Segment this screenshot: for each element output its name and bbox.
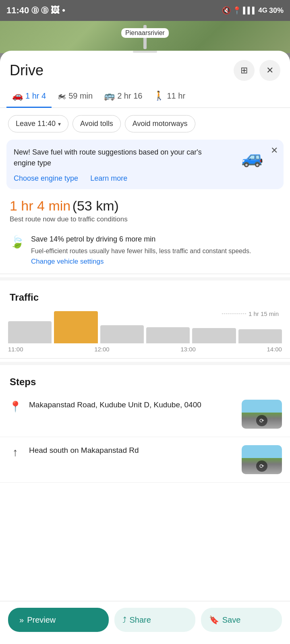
traffic-section: Traffic 1 hr 15 min 11:00 12:00 13:00 14… (0, 284, 290, 357)
choose-engine-link[interactable]: Choose engine type (14, 174, 78, 183)
fuel-banner: New! Save fuel with route suggestions ba… (6, 140, 284, 189)
status-mute-icon: 🔇 (222, 6, 231, 15)
eco-main-text: Save 14% petrol by driving 6 more min (31, 234, 280, 245)
share-label: Share (130, 615, 151, 625)
streetview-icon-2: ⟳ (256, 460, 267, 472)
status-icon-img: 🖼 (51, 5, 60, 16)
bottom-sheet: Drive ⊞ ✕ 🚗 1 hr 4 🏍 59 min 🚌 2 hr 16 🚶 … (0, 51, 290, 642)
transit-icon: 🚌 (104, 91, 115, 101)
bar-1100 (8, 321, 52, 343)
status-location-icon: 📍 (232, 6, 241, 15)
chart-labels: 11:00 12:00 13:00 14:00 (8, 343, 282, 353)
step-2-text: Head south on Makapanstad Rd (29, 445, 235, 456)
traffic-chart: 1 hr 15 min 11:00 12:00 13:00 14:00 (0, 307, 290, 357)
close-icon: ✕ (271, 145, 278, 155)
filter-row: Leave 11:40 ▾ Avoid tolls Avoid motorway… (0, 108, 290, 140)
fuel-banner-text: New! Save fuel with route suggestions ba… (14, 147, 203, 169)
chart-label-1200: 12:00 (94, 346, 110, 353)
tab-walk-label: 11 hr (167, 91, 185, 101)
status-time: 11:40 (6, 5, 29, 16)
tab-moto[interactable]: 🏍 59 min (52, 87, 98, 108)
preview-button[interactable]: » Preview (8, 608, 109, 632)
learn-more-link[interactable]: Learn more (90, 174, 127, 183)
status-battery: 30% (269, 6, 284, 15)
bar-1400 (238, 329, 282, 343)
avoid-tolls-chip[interactable]: Avoid tolls (72, 115, 121, 132)
fuel-banner-close-button[interactable]: ✕ (271, 145, 278, 156)
car-icon: 🚗 (12, 91, 23, 101)
chart-label-1300: 13:00 (180, 346, 196, 353)
save-label: Save (222, 615, 241, 625)
bar-1230 (100, 325, 144, 343)
change-vehicle-settings-link[interactable]: Change vehicle settings (31, 258, 280, 266)
filter-icon: ⊞ (240, 65, 248, 76)
bar-1200 (54, 311, 97, 343)
avoid-motorways-label: Avoid motorways (133, 120, 188, 128)
avoid-motorways-chip[interactable]: Avoid motorways (125, 115, 195, 132)
route-subtitle: Best route now due to traffic conditions (10, 215, 280, 223)
filter-button[interactable]: ⊞ (234, 60, 255, 81)
page-title: Drive (10, 62, 44, 79)
step-item-2: ↑ Head south on Makapanstad Rd ⟳ (0, 437, 290, 483)
tab-moto-label: 59 min (68, 91, 93, 101)
close-button[interactable]: ✕ (259, 60, 280, 81)
location-pin-icon: 📍 (8, 400, 23, 413)
eco-sub-text: Fuel-efficient routes usually have fewer… (31, 246, 280, 256)
eco-text-block: Save 14% petrol by driving 6 more min Fu… (31, 234, 280, 266)
tab-walk[interactable]: 🚶 11 hr (148, 87, 191, 108)
tab-car[interactable]: 🚗 1 hr 4 (6, 87, 52, 108)
walk-icon: 🚶 (153, 91, 164, 101)
transport-tabs: 🚗 1 hr 4 🏍 59 min 🚌 2 hr 16 🚶 11 hr (0, 85, 290, 108)
leaf-icon: 🍃 (10, 235, 25, 249)
status-icon-b1: Ⓑ (31, 6, 39, 15)
step-2-thumbnail[interactable]: ⟳ (242, 445, 282, 474)
avoid-tolls-label: Avoid tolls (80, 120, 113, 128)
chart-label-1400: 14:00 (267, 346, 282, 353)
route-distance: (53 km) (72, 198, 119, 213)
preview-arrows-icon: » (19, 615, 24, 625)
bar-1300 (146, 327, 190, 343)
close-icon: ✕ (266, 65, 273, 76)
map-label: Pienaarsrivier (121, 28, 169, 38)
chevron-down-icon: ▾ (58, 121, 61, 127)
status-bar: 11:40 Ⓑ Ⓑ 🖼 • 🔇 📍 ▌▌▌ 4G 30% (0, 0, 290, 21)
divider-2 (0, 358, 290, 359)
chart-label-1100: 11:00 (8, 346, 23, 353)
status-dot: • (62, 5, 65, 16)
route-info: 1 hr 4 min (53 km) Best route now due to… (0, 196, 290, 227)
tab-transit[interactable]: 🚌 2 hr 16 (98, 87, 148, 108)
bookmark-icon: 🔖 (209, 615, 219, 625)
moto-icon: 🏍 (57, 91, 66, 101)
bottom-action-bar: » Preview ⤴ Share 🔖 Save (0, 601, 290, 644)
eco-block: 🍃 Save 14% petrol by driving 6 more min … (0, 227, 290, 272)
divider-thick-2 (0, 362, 290, 365)
header: Drive ⊞ ✕ (0, 53, 290, 85)
car-eco-icon: 🚙 (241, 147, 263, 168)
steps-section: Steps 📍 Makapanstad Road, Kudube Unit D,… (0, 368, 290, 483)
status-network: 4G (258, 6, 267, 14)
step-1-text: Makapanstad Road, Kudube Unit D, Kudube,… (29, 400, 235, 411)
status-signal-icon: ▌▌▌ (243, 7, 257, 14)
bar-1330 (192, 328, 236, 343)
divider-1 (0, 274, 290, 274)
arrow-up-icon: ↑ (8, 446, 23, 459)
map-area: Pienaarsrivier (0, 21, 290, 53)
streetview-icon: ⟳ (256, 415, 267, 426)
fuel-banner-links: Choose engine type Learn more (14, 174, 276, 183)
share-button[interactable]: ⤴ Share (114, 608, 195, 632)
leave-chip-label: Leave 11:40 (16, 120, 56, 128)
divider-thick-1 (0, 277, 290, 281)
leave-chip[interactable]: Leave 11:40 ▾ (8, 115, 68, 132)
step-item-1: 📍 Makapanstad Road, Kudube Unit D, Kudub… (0, 392, 290, 437)
chart-limit-label: 1 hr 15 min (222, 310, 279, 317)
preview-label: Preview (27, 615, 56, 625)
save-button[interactable]: 🔖 Save (201, 608, 282, 632)
step-1-thumbnail[interactable]: ⟳ (242, 400, 282, 429)
route-duration: 1 hr 4 min (10, 198, 70, 213)
share-icon: ⤴ (122, 615, 126, 625)
header-actions: ⊞ ✕ (234, 60, 280, 81)
status-icon-b2: Ⓑ (41, 6, 48, 15)
tab-transit-label: 2 hr 16 (117, 91, 142, 101)
tab-car-label: 1 hr 4 (25, 91, 46, 101)
steps-section-title: Steps (0, 368, 290, 392)
